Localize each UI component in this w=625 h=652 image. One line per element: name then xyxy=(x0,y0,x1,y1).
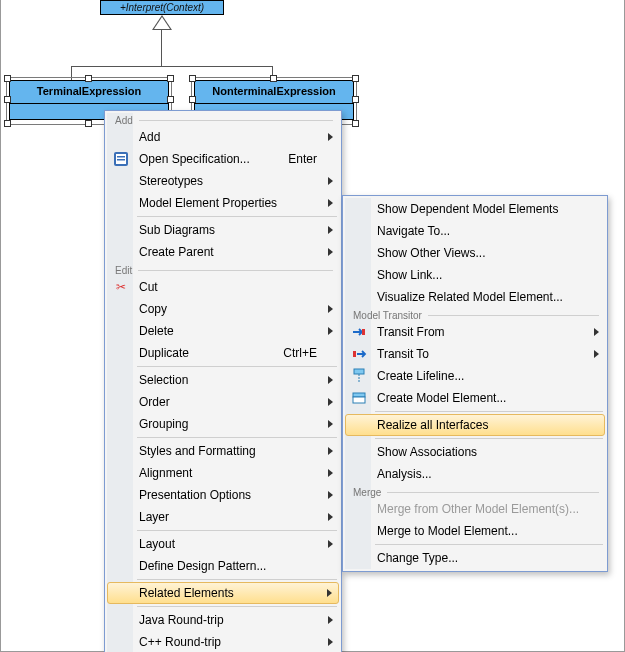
context-menu[interactable]: Add Add Open Specification...Enter Stere… xyxy=(104,110,342,652)
submenu-section-merge: Merge xyxy=(347,485,605,498)
connector xyxy=(161,30,162,66)
menu-add[interactable]: Add xyxy=(107,126,339,148)
menu-cpp-roundtrip[interactable]: C++ Round-trip xyxy=(107,631,339,652)
menu-order[interactable]: Order xyxy=(107,391,339,413)
svg-rect-6 xyxy=(354,369,364,374)
connector xyxy=(71,66,273,67)
submenu-realize-all-interfaces[interactable]: Realize all Interfaces xyxy=(345,414,605,436)
menu-selection[interactable]: Selection xyxy=(107,369,339,391)
menu-section-add: Add xyxy=(109,113,339,126)
submenu-navigate-to[interactable]: Navigate To... xyxy=(345,220,605,242)
menu-grouping[interactable]: Grouping xyxy=(107,413,339,435)
generalization-arrowhead-fill xyxy=(154,17,170,29)
svg-rect-5 xyxy=(353,351,356,357)
spec-icon xyxy=(113,151,129,167)
submenu-transit-from[interactable]: Transit From xyxy=(345,321,605,343)
submenu-show-other-views[interactable]: Show Other Views... xyxy=(345,242,605,264)
svg-rect-3 xyxy=(117,159,125,161)
submenu-show-dependent[interactable]: Show Dependent Model Elements xyxy=(345,198,605,220)
svg-rect-8 xyxy=(353,393,365,397)
uml-class-name: TerminalExpression xyxy=(37,85,141,97)
submenu-section-transitor: Model Transitor xyxy=(347,308,605,321)
transit-from-icon xyxy=(351,324,367,340)
menu-styles-formatting[interactable]: Styles and Formatting xyxy=(107,440,339,462)
menu-presentation-options[interactable]: Presentation Options xyxy=(107,484,339,506)
submenu-analysis[interactable]: Analysis... xyxy=(345,463,605,485)
transit-to-icon xyxy=(351,346,367,362)
submenu-create-model-element[interactable]: Create Model Element... xyxy=(345,387,605,409)
menu-alignment[interactable]: Alignment xyxy=(107,462,339,484)
menu-delete[interactable]: Delete xyxy=(107,320,339,342)
diagram-canvas[interactable]: +Interpret(Context) TerminalExpression N… xyxy=(0,0,625,652)
menu-related-elements[interactable]: Related Elements xyxy=(107,582,339,604)
svg-rect-4 xyxy=(362,329,365,335)
menu-layout[interactable]: Layout xyxy=(107,533,339,555)
connector xyxy=(71,66,72,80)
menu-create-parent[interactable]: Create Parent xyxy=(107,241,339,263)
submenu-show-associations[interactable]: Show Associations xyxy=(345,441,605,463)
submenu-merge-to[interactable]: Merge to Model Element... xyxy=(345,520,605,542)
menu-duplicate[interactable]: DuplicateCtrl+E xyxy=(107,342,339,364)
menu-java-roundtrip[interactable]: Java Round-trip xyxy=(107,609,339,631)
submenu-transit-to[interactable]: Transit To xyxy=(345,343,605,365)
menu-model-element-properties[interactable]: Model Element Properties xyxy=(107,192,339,214)
menu-cut[interactable]: ✂ Cut xyxy=(107,276,339,298)
svg-rect-2 xyxy=(117,156,125,158)
model-element-icon xyxy=(351,390,367,406)
submenu-change-type[interactable]: Change Type... xyxy=(345,547,605,569)
uml-parent-method: +Interpret(Context) xyxy=(100,0,224,15)
menu-open-specification[interactable]: Open Specification...Enter xyxy=(107,148,339,170)
menu-section-edit: Edit xyxy=(109,263,339,276)
submenu-related-elements[interactable]: Show Dependent Model Elements Navigate T… xyxy=(342,195,608,572)
menu-stereotypes[interactable]: Stereotypes xyxy=(107,170,339,192)
uml-class-name: NonterminalExpression xyxy=(212,85,335,97)
menu-sub-diagrams[interactable]: Sub Diagrams xyxy=(107,219,339,241)
menu-layer[interactable]: Layer xyxy=(107,506,339,528)
submenu-create-lifeline[interactable]: Create Lifeline... xyxy=(345,365,605,387)
submenu-show-link[interactable]: Show Link... xyxy=(345,264,605,286)
lifeline-icon xyxy=(351,368,367,384)
menu-define-design-pattern[interactable]: Define Design Pattern... xyxy=(107,555,339,577)
submenu-visualize-related[interactable]: Visualize Related Model Element... xyxy=(345,286,605,308)
scissors-icon: ✂ xyxy=(113,279,129,295)
menu-copy[interactable]: Copy xyxy=(107,298,339,320)
svg-rect-9 xyxy=(353,397,365,403)
submenu-merge-from: Merge from Other Model Element(s)... xyxy=(345,498,605,520)
